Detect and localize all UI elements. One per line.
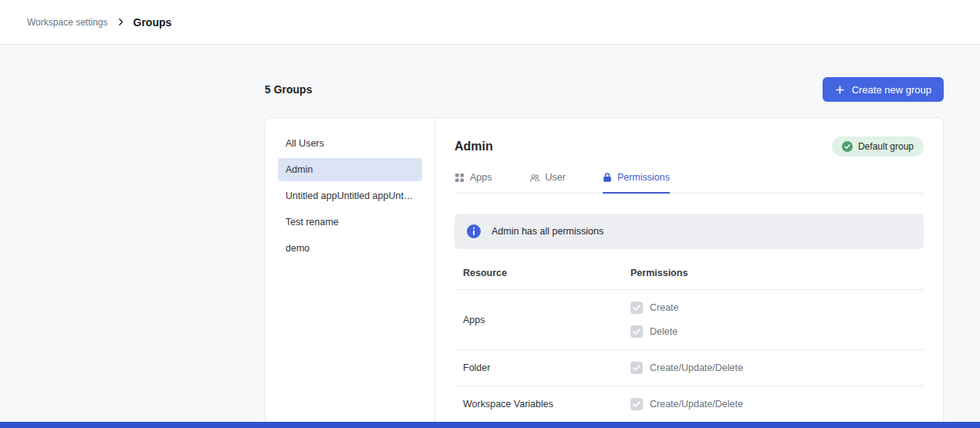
groups-list: All Users Admin Untitled appUntitled app… (265, 118, 435, 428)
groups-count: 5 Groups (265, 83, 312, 96)
info-icon (467, 224, 481, 238)
breadcrumb-workspace-settings[interactable]: Workspace settings (27, 17, 108, 28)
group-title: Admin (455, 140, 493, 153)
group-item-all-users[interactable]: All Users (278, 132, 422, 155)
create-new-group-button[interactable]: Create new group (823, 77, 944, 102)
group-item-test-rename[interactable]: Test rename (278, 211, 422, 234)
permission-label: Create/Update/Delete (650, 399, 743, 409)
checkbox-checked-disabled-icon (630, 362, 643, 374)
create-new-group-label: Create new group (852, 84, 931, 96)
default-group-badge-label: Default group (858, 141, 914, 152)
green-check-circle-icon (842, 141, 853, 152)
tab-bar: Apps User Permissions (455, 172, 924, 194)
permission-label: Delete (650, 326, 678, 337)
info-banner-text: Admin has all permissions (492, 226, 603, 237)
breadcrumb-current-groups: Groups (133, 16, 172, 29)
resource-name: Folder (455, 362, 623, 373)
column-header-permissions: Permissions (623, 268, 924, 278)
tab-apps[interactable]: Apps (455, 172, 492, 194)
lock-icon (603, 172, 612, 183)
table-row-workspace-variables: Workspace Variables Create/Update/Delete (455, 386, 924, 423)
checkbox-checked-disabled-icon (630, 398, 643, 410)
permissions-table-header: Resource Permissions (455, 268, 924, 290)
table-row-apps: Apps Create Delete (455, 290, 924, 350)
permission-workspace-variables-cud: Create/Update/Delete (630, 398, 924, 410)
group-detail-panel: Admin Default group Apps (435, 118, 943, 428)
group-item-untitled-app[interactable]: Untitled appUntitled appUntitle... (278, 184, 422, 207)
checkbox-checked-disabled-icon (630, 325, 643, 338)
permission-folder-cud: Create/Update/Delete (630, 362, 924, 374)
tab-user[interactable]: User (529, 172, 566, 194)
resource-name: Apps (455, 315, 623, 325)
permission-label: Create (650, 302, 679, 313)
permission-apps-delete: Delete (630, 325, 924, 338)
breadcrumb: Workspace settings Groups (27, 16, 171, 29)
plus-icon (835, 85, 845, 95)
main-content: 5 Groups Create new group All Users Admi… (265, 77, 944, 428)
permission-label: Create/Update/Delete (650, 362, 743, 373)
default-group-badge: Default group (832, 136, 924, 157)
groups-toolbar: 5 Groups Create new group (265, 77, 944, 102)
tab-user-label: User (546, 172, 566, 183)
checkbox-checked-disabled-icon (630, 302, 643, 314)
tab-permissions-label: Permissions (617, 172, 670, 183)
group-item-demo[interactable]: demo (278, 237, 422, 260)
table-row-folder: Folder Create/Update/Delete (455, 350, 924, 386)
users-icon (529, 173, 540, 183)
chevron-right-icon (116, 17, 126, 27)
column-header-resource: Resource (455, 268, 623, 278)
tab-permissions[interactable]: Permissions (603, 172, 670, 194)
permission-apps-create: Create (630, 302, 924, 314)
top-header: Workspace settings Groups (0, 0, 980, 45)
tab-apps-label: Apps (470, 172, 492, 183)
permissions-info-banner: Admin has all permissions (455, 214, 924, 249)
permissions-table: Resource Permissions Apps Create (455, 268, 924, 423)
panel-header: Admin Default group (455, 136, 924, 157)
bottom-accent-bar (0, 422, 980, 428)
resource-name: Workspace Variables (455, 399, 623, 409)
group-item-admin[interactable]: Admin (278, 158, 422, 181)
groups-card: All Users Admin Untitled appUntitled app… (265, 117, 944, 428)
grid-icon (455, 173, 465, 183)
